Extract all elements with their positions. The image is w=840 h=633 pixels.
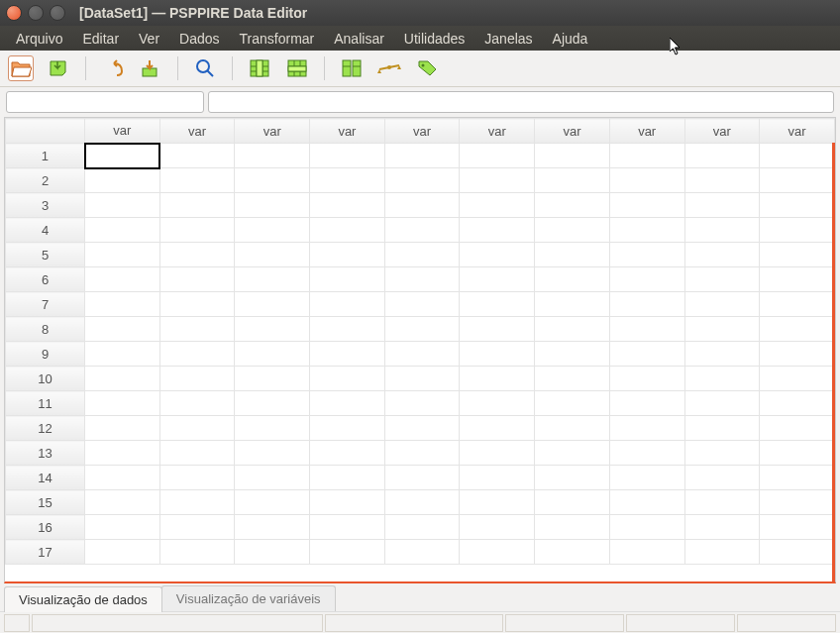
data-cell[interactable] — [460, 267, 535, 292]
data-cell[interactable] — [460, 193, 535, 218]
data-cell[interactable] — [310, 193, 385, 218]
data-cell[interactable] — [85, 416, 160, 441]
data-cell[interactable] — [760, 515, 835, 540]
menu-utilidades[interactable]: Utilidades — [394, 27, 474, 51]
data-cell[interactable] — [310, 540, 385, 565]
data-cell[interactable] — [535, 317, 610, 342]
data-cell[interactable] — [684, 243, 760, 267]
data-cell[interactable] — [384, 292, 460, 317]
row-header[interactable]: 14 — [6, 466, 85, 490]
insert-variable-button[interactable] — [247, 55, 272, 81]
data-cell[interactable] — [85, 441, 160, 466]
data-cell[interactable] — [384, 267, 460, 292]
column-header[interactable]: var — [684, 119, 760, 144]
data-cell[interactable] — [310, 218, 385, 243]
data-cell[interactable] — [760, 441, 835, 466]
row-header[interactable]: 17 — [6, 540, 85, 565]
column-header[interactable]: var — [384, 119, 460, 144]
data-cell[interactable] — [684, 317, 760, 342]
data-cell[interactable] — [684, 367, 760, 391]
data-cell[interactable] — [310, 168, 385, 193]
data-cell[interactable] — [159, 466, 235, 490]
data-cell[interactable] — [235, 218, 310, 243]
row-header[interactable]: 1 — [6, 144, 85, 168]
data-cell[interactable] — [384, 367, 460, 391]
data-cell[interactable] — [535, 144, 610, 168]
data-cell[interactable] — [460, 292, 535, 317]
row-header[interactable]: 16 — [6, 515, 85, 540]
data-cell[interactable] — [760, 267, 835, 292]
data-cell[interactable] — [460, 342, 535, 367]
data-cell[interactable] — [760, 416, 835, 441]
cell-reference-input[interactable] — [6, 91, 204, 113]
column-header[interactable]: var — [460, 119, 535, 144]
data-table[interactable]: varvarvarvarvarvarvarvarvarvar1234567891… — [5, 118, 835, 565]
minimize-icon[interactable] — [28, 5, 44, 21]
maximize-icon[interactable] — [50, 5, 65, 21]
data-cell[interactable] — [609, 267, 684, 292]
data-cell[interactable] — [85, 243, 160, 267]
data-cell[interactable] — [384, 416, 460, 441]
column-header[interactable]: var — [310, 119, 385, 144]
menu-ajuda[interactable]: Ajuda — [543, 27, 598, 51]
data-cell[interactable] — [159, 416, 235, 441]
data-cell[interactable] — [760, 218, 835, 243]
data-cell[interactable] — [609, 515, 684, 540]
data-cell[interactable] — [310, 267, 385, 292]
data-cell[interactable] — [684, 144, 760, 168]
row-header[interactable]: 12 — [6, 416, 85, 441]
data-cell[interactable] — [684, 391, 760, 416]
data-cell[interactable] — [684, 292, 760, 317]
data-cell[interactable] — [310, 466, 385, 490]
menu-dados[interactable]: Dados — [169, 27, 229, 51]
data-cell[interactable] — [85, 342, 160, 367]
data-cell[interactable] — [535, 218, 610, 243]
data-cell[interactable] — [384, 466, 460, 490]
data-cell[interactable] — [609, 466, 684, 490]
data-cell[interactable] — [609, 441, 684, 466]
data-cell[interactable] — [684, 267, 760, 292]
data-cell[interactable] — [460, 391, 535, 416]
data-cell[interactable] — [85, 317, 160, 342]
data-cell[interactable] — [760, 540, 835, 565]
data-cell[interactable] — [760, 168, 835, 193]
data-cell[interactable] — [535, 367, 610, 391]
data-cell[interactable] — [609, 168, 684, 193]
column-header[interactable]: var — [159, 119, 235, 144]
data-cell[interactable] — [609, 490, 684, 515]
data-cell[interactable] — [235, 243, 310, 267]
menu-arquivo[interactable]: Arquivo — [6, 27, 72, 51]
data-cell[interactable] — [85, 540, 160, 565]
data-cell[interactable] — [384, 317, 460, 342]
data-cell[interactable] — [609, 144, 684, 168]
data-cell[interactable] — [684, 490, 760, 515]
data-cell[interactable] — [235, 540, 310, 565]
data-cell[interactable] — [460, 144, 535, 168]
data-cell[interactable] — [85, 267, 160, 292]
data-cell[interactable] — [760, 292, 835, 317]
data-cell[interactable] — [460, 367, 535, 391]
data-cell[interactable] — [609, 193, 684, 218]
row-header[interactable]: 4 — [6, 218, 85, 243]
data-cell[interactable] — [85, 391, 160, 416]
data-cell[interactable] — [760, 466, 835, 490]
data-cell[interactable] — [460, 540, 535, 565]
data-cell[interactable] — [159, 243, 235, 267]
data-cell[interactable] — [684, 466, 760, 490]
data-cell[interactable] — [159, 317, 235, 342]
data-cell[interactable] — [535, 267, 610, 292]
data-cell[interactable] — [384, 490, 460, 515]
open-file-button[interactable] — [8, 55, 34, 81]
data-cell[interactable] — [384, 391, 460, 416]
data-cell[interactable] — [159, 391, 235, 416]
data-cell[interactable] — [310, 317, 385, 342]
row-header[interactable]: 10 — [6, 367, 85, 391]
data-cell[interactable] — [535, 490, 610, 515]
goto-button[interactable] — [138, 55, 163, 81]
row-header[interactable]: 15 — [6, 490, 85, 515]
data-cell[interactable] — [235, 168, 310, 193]
split-file-button[interactable] — [339, 55, 365, 81]
data-cell[interactable] — [159, 267, 235, 292]
data-cell[interactable] — [310, 515, 385, 540]
column-header[interactable]: var — [85, 119, 160, 144]
